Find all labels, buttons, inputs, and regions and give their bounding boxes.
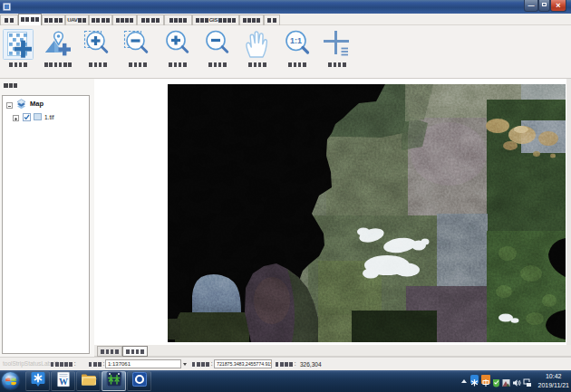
svg-text:W: W (59, 377, 68, 387)
svg-text:1:1: 1:1 (290, 36, 302, 45)
